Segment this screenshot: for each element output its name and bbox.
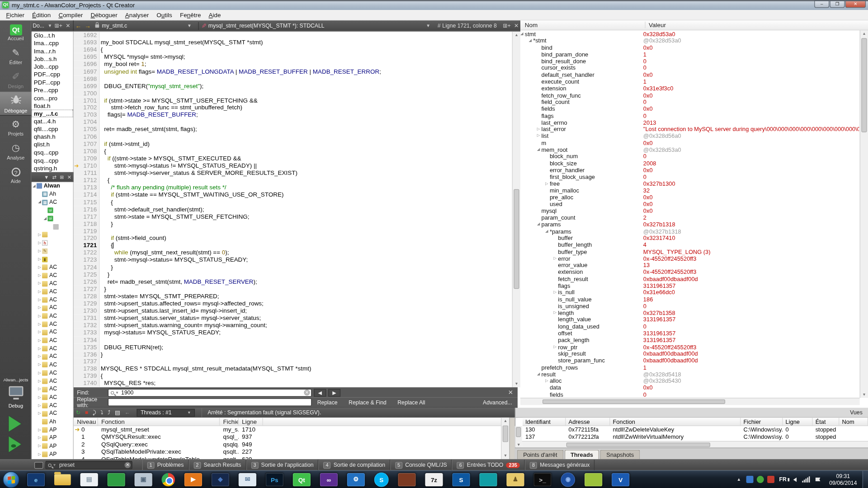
project-tree-row[interactable]: ▷AC <box>32 353 73 361</box>
code-line[interactable]: 1716 stmt->default_rset_handler(stmt); <box>74 206 512 213</box>
stack-frame-row[interactable]: ➜0mysql_stmt_resetmy_s...1710 <box>74 426 509 433</box>
open-document-item[interactable]: PDF...cpp <box>32 78 73 86</box>
scroll-up-icon[interactable]: ▲ <box>860 30 868 37</box>
project-tree-row[interactable]: ▷AC <box>32 296 73 304</box>
show-desktop-button[interactable] <box>863 470 868 488</box>
tree-expander-closed[interactable]: ▷ <box>37 247 42 255</box>
start-button[interactable] <box>3 471 19 488</box>
locals-hscrollbar[interactable] <box>520 398 860 405</box>
open-document-item[interactable]: qhash.h <box>32 133 73 141</box>
open-document-item[interactable]: my_...t.c <box>32 109 73 117</box>
code-line[interactable]: 1696 my_bool ret= 1; <box>74 61 512 68</box>
output-pane-console-qml-js[interactable]: 5Console QML/JS <box>390 460 452 470</box>
open-document-item[interactable]: Job...s.h <box>32 55 73 63</box>
variable-row[interactable]: fields0 <box>520 391 860 398</box>
go-forward-icon[interactable]: → <box>83 23 93 29</box>
stack-col-header[interactable]: Fonction <box>98 418 220 425</box>
variable-row[interactable]: fetch_result0xbaadf00dbaadf00d <box>520 275 860 282</box>
taskbar-app-notes-app[interactable]: ▤ <box>80 473 98 486</box>
code-line[interactable]: 1729 stmt->upsert_status.affected_rows= … <box>74 300 512 307</box>
tree-expander-closed[interactable]: ▷ <box>37 255 42 263</box>
menu-item-aide[interactable]: Aide <box>205 10 225 19</box>
tree-expander-closed[interactable]: ▷ <box>553 310 557 316</box>
tree-expander-closed[interactable]: ▷ <box>537 126 540 132</box>
close-panel-icon[interactable]: ✕ <box>64 23 72 28</box>
threads-col-header[interactable]: Adresse <box>566 418 610 425</box>
tree-expander-closed[interactable]: ▷ <box>37 409 42 418</box>
scroll-down-icon[interactable]: ▼ <box>513 380 520 387</box>
output-pane-search-results[interactable]: 2Search Results <box>189 460 246 470</box>
tray-icon-blue[interactable] <box>746 476 753 483</box>
variable-row[interactable]: field_count0 <box>520 99 860 105</box>
tree-expander-closed[interactable]: ▷ <box>37 450 42 458</box>
variable-row[interactable]: mysql0x0 <box>520 207 860 214</box>
threads-col-header[interactable]: État <box>813 418 840 425</box>
code-line[interactable]: 1723 stmt->mysql->status= MYSQL_STATUS_R… <box>74 256 512 263</box>
open-document-item[interactable]: qsq...cpp <box>32 149 73 156</box>
taskbar-app-mail-app[interactable]: ✉ <box>239 473 256 486</box>
variable-row[interactable]: buffer0x32317410 <box>520 235 860 241</box>
network-icon[interactable] <box>802 476 810 482</box>
tray-expand-icon[interactable]: ▲ <box>736 477 741 482</box>
code-line[interactable]: 1692 <box>74 32 512 39</box>
scroll-up-icon[interactable]: ▲ <box>513 32 520 38</box>
variable-row[interactable]: block_num0 <box>520 153 860 160</box>
tree-expander-open[interactable]: ◢ <box>42 215 47 223</box>
tree-expander-closed[interactable]: ▷ <box>37 361 42 369</box>
taskbar-app-teal-app[interactable] <box>479 473 497 486</box>
threads-hscrollbar[interactable] <box>522 441 868 448</box>
filter-icon[interactable]: ▼ <box>42 174 51 179</box>
code-line[interactable]: 1715 { <box>74 198 512 206</box>
file-selector-combo[interactable]: my_stmt.c ▼ <box>102 23 196 28</box>
project-tree-row[interactable]: ◢ui <box>32 215 73 223</box>
tree-expander-closed[interactable]: ▷ <box>37 434 42 442</box>
threads-scrollbar[interactable]: ▼ <box>515 426 522 448</box>
tree-expander-closed[interactable]: ▷ <box>37 353 42 361</box>
project-tree-row[interactable]: ▷AC <box>32 337 73 345</box>
open-document-item[interactable]: qlist.h <box>32 141 73 148</box>
find-input[interactable] <box>120 389 304 396</box>
menu-item-outils[interactable]: Outils <box>153 10 176 19</box>
split-icon[interactable]: ⊞+ <box>53 23 64 28</box>
threads-combo[interactable]: Threads : #1 ▼ <box>137 408 195 416</box>
variable-row[interactable]: bind0x0 <box>520 44 860 51</box>
code-line[interactable]: 1702 stmt->fetch_row_func == stmt_unbuff… <box>74 104 512 111</box>
mode-accueil[interactable]: QtAccueil <box>0 20 32 44</box>
locals-scrollbar[interactable]: ▲ ▼ <box>860 30 868 398</box>
step-over-icon[interactable]: ⤸ <box>90 409 98 416</box>
open-document-item[interactable]: qfil....cpp <box>32 125 73 133</box>
project-tree-row[interactable]: ▷AC <box>32 304 73 312</box>
source-view-icon[interactable]: ▤ <box>113 409 122 415</box>
variable-row[interactable]: flags3131961357 <box>520 282 860 289</box>
taskbar-app-people-app[interactable]: ♟ <box>506 473 524 486</box>
tree-expander-closed[interactable]: ▷ <box>37 337 42 345</box>
find-next-button[interactable]: ▶ <box>328 389 340 396</box>
variable-row[interactable]: is_null_value186 <box>520 296 860 303</box>
project-tree-row[interactable]: ▷AC <box>32 369 73 377</box>
open-document-item[interactable]: con...pro <box>32 94 73 102</box>
open-document-item[interactable]: float.h <box>32 102 73 109</box>
close-find-icon[interactable]: ✕ <box>508 389 513 396</box>
variable-row[interactable]: error_handler0x0 <box>520 166 860 173</box>
project-tree-row[interactable]: ▷AC <box>32 320 73 328</box>
menu-item-analyser[interactable]: Analyser <box>121 10 153 19</box>
variable-row[interactable]: ▷last_error"Lost connection to MySQL ser… <box>520 126 860 132</box>
code-line[interactable]: 1714 if (stmt->state == MYSQL_STMT_WAITI… <box>74 191 512 198</box>
code-line[interactable]: 1698 <box>74 75 512 82</box>
code-line[interactable]: 1718 } <box>74 220 512 227</box>
code-line[interactable]: 1695 MYSQL *mysql= stmt->mysql; <box>74 53 512 61</box>
code-line[interactable]: 1728 stmt->state= MYSQL_STMT_PREPARED; <box>74 293 512 300</box>
stack-frame-row[interactable]: 3QSqlTableModelPrivate::execqsqlt...227 <box>74 448 509 455</box>
target-selector[interactable] <box>0 383 32 398</box>
variable-row[interactable]: ▷length0x327b1358 <box>520 310 860 316</box>
project-tree-row[interactable]: ▷AP <box>32 442 73 450</box>
code-line[interactable]: 1709 if ((stmt->state > MYSQL_STMT_EXECU… <box>74 155 512 162</box>
project-tree-row[interactable]: ▷AC <box>32 288 73 296</box>
taskbar-app-explorer-folder[interactable] <box>54 474 71 485</box>
code-line[interactable]: 1725 } <box>74 271 512 278</box>
taskbar-app-maroon-app[interactable] <box>398 473 415 486</box>
tree-expander-closed[interactable]: ▷ <box>37 231 42 239</box>
variable-row[interactable]: extension0x31e3f3c0 <box>520 85 860 92</box>
project-tree-row[interactable]: ▷AC <box>32 377 73 385</box>
variable-row[interactable]: ▷row_ptr0x-45520ff245520ff3 <box>520 343 860 350</box>
